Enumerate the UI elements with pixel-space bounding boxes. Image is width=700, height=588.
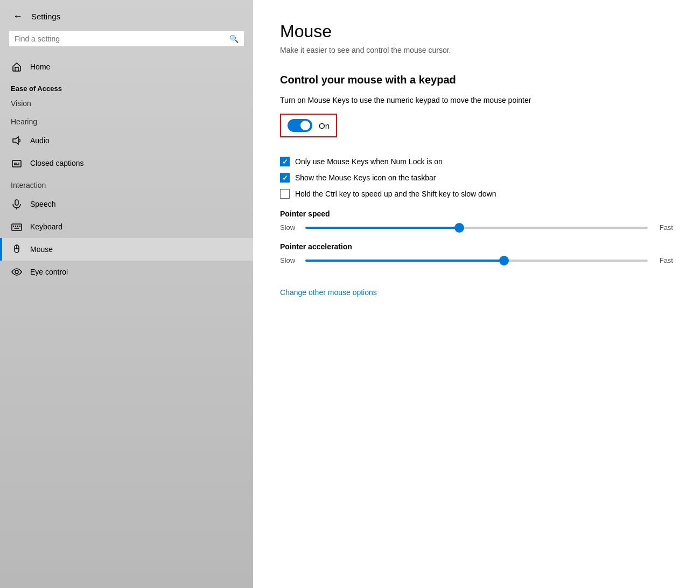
toggle-label: On <box>319 121 330 130</box>
checkbox-taskbar-icon[interactable]: Show the Mouse Keys icon on the taskbar <box>280 173 673 183</box>
svg-rect-1 <box>12 160 21 167</box>
checkbox-taskbar-icon-box[interactable] <box>280 173 290 183</box>
sidebar-item-label-mouse: Mouse <box>30 245 53 254</box>
pointer-acceleration-thumb[interactable] <box>499 256 509 265</box>
pointer-acceleration-section: Pointer acceleration Slow Fast <box>280 242 673 264</box>
pointer-speed-thumb[interactable] <box>454 223 464 233</box>
search-input[interactable] <box>15 34 225 43</box>
sidebar-item-audio[interactable]: Audio <box>0 129 253 152</box>
home-icon <box>11 61 23 73</box>
pointer-acceleration-track[interactable] <box>305 260 648 262</box>
description-text: Turn on Mouse Keys to use the numeric ke… <box>280 95 625 106</box>
sidebar: ← Settings 🔍 Home Ease of Access Vision … <box>0 0 253 588</box>
sidebar-item-speech[interactable]: Speech <box>0 193 253 215</box>
svg-marker-0 <box>13 137 18 144</box>
sidebar-item-eye-control[interactable]: Eye control <box>0 261 253 283</box>
pointer-speed-track[interactable] <box>305 227 648 229</box>
toggle-knob <box>300 121 310 130</box>
pointer-acceleration-label: Pointer acceleration <box>280 242 673 251</box>
sidebar-category-hearing: Hearing <box>0 114 253 129</box>
sidebar-item-label-eye-control: Eye control <box>30 268 68 276</box>
main-content: Mouse Make it easier to see and control … <box>253 0 700 588</box>
pointer-acceleration-fill <box>305 260 504 262</box>
mouse-keys-toggle-container: On <box>280 114 337 137</box>
pointer-speed-fast-label: Fast <box>654 223 673 232</box>
checkbox-num-lock[interactable]: Only use Mouse Keys when Num Lock is on <box>280 157 673 166</box>
sidebar-item-label-keyboard: Keyboard <box>30 222 62 231</box>
pointer-acceleration-row: Slow Fast <box>280 256 673 264</box>
sidebar-item-label-closed-captions: Closed captions <box>30 159 84 167</box>
eye-control-icon <box>11 266 23 278</box>
pointer-speed-section: Pointer speed Slow Fast <box>280 209 673 232</box>
pointer-acceleration-slow-label: Slow <box>280 256 299 264</box>
checkbox-ctrl-shift-label: Hold the Ctrl key to speed up and the Sh… <box>295 190 496 198</box>
sidebar-item-home[interactable]: Home <box>0 55 253 78</box>
sidebar-item-label-speech: Speech <box>30 200 55 208</box>
speech-icon <box>11 198 23 210</box>
checkbox-ctrl-shift[interactable]: Hold the Ctrl key to speed up and the Sh… <box>280 189 673 199</box>
sidebar-item-mouse[interactable]: Mouse <box>0 238 253 261</box>
search-box[interactable]: 🔍 <box>9 31 244 47</box>
checkbox-taskbar-icon-label: Show the Mouse Keys icon on the taskbar <box>295 173 436 182</box>
sidebar-item-keyboard[interactable]: Keyboard <box>0 215 253 238</box>
keyboard-icon <box>11 221 23 233</box>
change-mouse-options-link[interactable]: Change other mouse options <box>280 288 377 297</box>
checkboxes-container: Only use Mouse Keys when Num Lock is on … <box>280 157 673 199</box>
checkbox-num-lock-label: Only use Mouse Keys when Num Lock is on <box>295 157 443 166</box>
pointer-speed-fill <box>305 227 459 229</box>
sidebar-header: ← Settings <box>0 0 253 31</box>
sidebar-item-label-audio: Audio <box>30 136 50 145</box>
checkbox-ctrl-shift-box[interactable] <box>280 189 290 199</box>
section-title: Control your mouse with a keypad <box>280 74 673 86</box>
checkbox-num-lock-box[interactable] <box>280 157 290 166</box>
pointer-speed-row: Slow Fast <box>280 223 673 232</box>
sidebar-category-interaction: Interaction <box>0 178 253 193</box>
sidebar-title: Settings <box>31 12 60 21</box>
search-icon: 🔍 <box>229 34 239 43</box>
svg-point-16 <box>15 270 18 274</box>
svg-rect-5 <box>15 200 18 205</box>
page-subtitle: Make it easier to see and control the mo… <box>280 46 673 54</box>
pointer-speed-slow-label: Slow <box>280 223 299 232</box>
sidebar-section-label: Ease of Access <box>0 78 253 96</box>
sidebar-category-vision: Vision <box>0 96 253 111</box>
closed-captions-icon <box>11 157 23 169</box>
page-title: Mouse <box>280 22 673 41</box>
sidebar-item-label-home: Home <box>30 62 50 71</box>
svg-rect-7 <box>12 224 22 230</box>
sidebar-item-closed-captions[interactable]: Closed captions <box>0 152 253 174</box>
audio-icon <box>11 135 23 146</box>
mouse-keys-toggle[interactable] <box>288 119 312 132</box>
mouse-icon <box>11 243 23 255</box>
pointer-acceleration-fast-label: Fast <box>654 256 673 264</box>
pointer-speed-label: Pointer speed <box>280 209 673 218</box>
back-button[interactable]: ← <box>11 10 25 23</box>
